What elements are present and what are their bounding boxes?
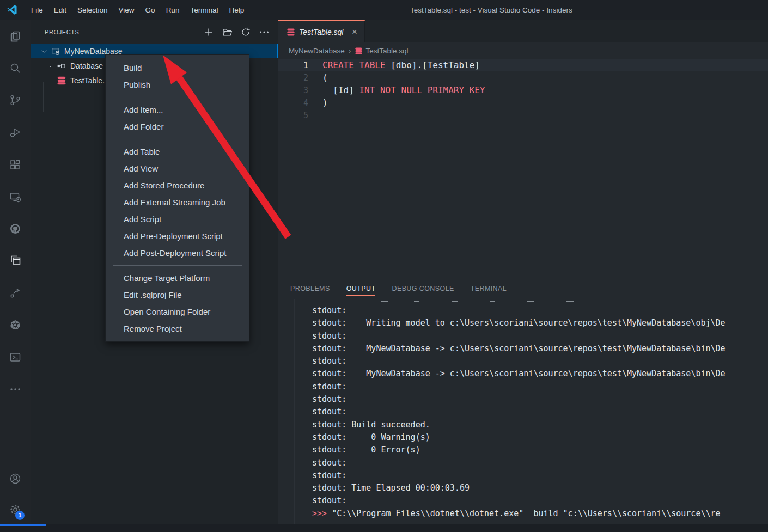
project-context-menu: BuildPublishAdd Item...Add FolderAdd Tab… [105,54,249,342]
menu-item-remove-project[interactable]: Remove Project [106,320,249,337]
output-indent-guide [294,299,295,524]
sidebar-header: PROJECTS [31,20,278,44]
menu-item-add-view[interactable]: Add View [106,160,249,177]
extensions-icon[interactable] [9,158,22,172]
code-token: ( [322,72,328,83]
output-line: stdout: [312,304,768,317]
output-line: stdout: [312,393,768,406]
open-project-button[interactable] [221,26,233,38]
status-progress-bar [0,524,46,526]
breadcrumb-item[interactable]: MyNewDatabase [289,47,345,55]
code-line: 5 [278,109,768,121]
github-icon[interactable] [9,222,22,235]
menu-item-edit-sqlproj-file[interactable]: Edit .sqlproj File [106,286,249,303]
clipped-output-line [312,299,768,304]
output-line: stdout: 0 Warning(s) [312,431,768,444]
activity-bar: 1 [0,20,31,524]
panel-tab-bar: PROBLEMSOUTPUTDEBUG CONSOLETERMINAL [278,279,768,299]
database-icon [57,76,66,85]
code-token: CREATE TABLE [322,60,391,70]
menubar-item-view[interactable]: View [113,0,140,20]
live-share-icon[interactable] [9,286,22,299]
output-line: stdout: 0 Error(s) [312,444,768,456]
code-line: 4) [278,96,768,109]
menu-item-change-target-platform[interactable]: Change Target Platform [106,270,249,286]
menu-item-add-external-streaming-job[interactable]: Add External Streaming Job [106,194,249,211]
output-line: stdout: MyNewDatabase -> c:\Users\scoria… [312,343,768,355]
code-token: [dbo].[TestTable] [391,60,480,70]
more-actions-button[interactable] [258,26,270,38]
menu-item-add-table[interactable]: Add Table [106,143,249,160]
output-line: stdout: [312,494,768,507]
refresh-button[interactable] [240,26,252,38]
output-view[interactable]: stdout:stdout: Writing model to c:\Users… [278,299,768,524]
menu-item-add-folder[interactable]: Add Folder [106,118,249,135]
menu-item-add-stored-procedure[interactable]: Add Stored Procedure [106,177,249,194]
panel-tab-terminal[interactable]: TERMINAL [471,285,507,293]
breadcrumb: MyNewDatabase›TestTable.sql [278,42,768,59]
editor-group: TestTable.sql × MyNewDatabase›TestTable.… [278,20,768,524]
chevron-right-icon[interactable] [46,62,54,70]
menu-item-add-post-deployment-script[interactable]: Add Post-Deployment Script [106,244,249,261]
references-icon [57,61,66,71]
tab-close-icon[interactable]: × [350,27,359,37]
output-line: stdout: [312,457,768,469]
explorer-icon[interactable] [9,30,22,43]
menubar-item-file[interactable]: File [26,0,48,20]
more-views-icon[interactable] [9,383,22,396]
menubar-item-run[interactable]: Run [161,0,185,20]
menu-item-add-pre-deployment-script[interactable]: Add Pre-Deployment Script [106,228,249,244]
code-line: 1CREATE TABLE [dbo].[TestTable] [278,59,768,71]
settings-badge: 1 [15,511,25,520]
accounts-icon[interactable] [9,472,22,485]
menu-item-publish[interactable]: Publish [106,76,249,93]
code-line: 3 [Id] INT NOT NULL PRIMARY KEY [278,84,768,96]
output-line: stdout: [312,330,768,343]
code-token: INT NOT NULL PRIMARY KEY [354,85,485,95]
menubar-item-help[interactable]: Help [223,0,249,20]
breadcrumb-item[interactable]: TestTable.sql [365,47,408,55]
line-number: 5 [278,111,322,120]
menubar-item-terminal[interactable]: Terminal [185,0,223,20]
panel-tab-problems[interactable]: PROBLEMS [290,285,330,293]
line-number: 1 [278,60,322,70]
code-line: 2( [278,71,768,84]
chevron-down-icon[interactable] [40,47,48,56]
sidebar-actions [203,26,270,38]
source-control-icon[interactable] [9,94,22,107]
code-token: ) [322,97,328,108]
panel-tab-output[interactable]: OUTPUT [346,285,376,296]
menu-item-build[interactable]: Build [106,59,249,76]
output-line: stdout: Build succeeded. [312,419,768,431]
search-icon[interactable] [9,62,22,75]
kubernetes-icon[interactable] [9,319,22,332]
editor-tab-strip: TestTable.sql × [278,20,768,42]
panel-tab-debug-console[interactable]: DEBUG CONSOLE [392,285,454,293]
bottom-panel: PROBLEMSOUTPUTDEBUG CONSOLETERMINAL stdo… [278,279,768,524]
menubar-item-edit[interactable]: Edit [48,0,72,20]
menubar-item-selection[interactable]: Selection [72,0,113,20]
sql-database-projects-icon[interactable] [9,254,22,267]
code-token: [Id] [322,85,354,95]
output-line: stdout: [312,406,768,418]
line-number: 2 [278,73,322,83]
output-command-prefix: >>> [312,509,332,518]
output-line: stdout: [312,355,768,368]
line-number: 4 [278,98,322,108]
add-project-button[interactable] [203,26,215,38]
remote-explorer-icon[interactable] [9,191,22,204]
window-title: TestTable.sql - test - Visual Studio Cod… [410,0,572,20]
menu-separator [113,265,242,266]
menu-item-open-containing-folder[interactable]: Open Containing Folder [106,303,249,320]
tab-testtable-sql[interactable]: TestTable.sql × [278,20,365,42]
menu-bar: FileEditSelectionViewGoRunTerminalHelp [26,0,249,20]
output-log: stdout:stdout: Writing model to c:\Users… [312,299,768,520]
output-line: stdout: Time Elapsed 00:00:03.69 [312,482,768,494]
menu-item-add-script[interactable]: Add Script [106,211,249,228]
output-line: stdout: Writing model to c:\Users\scoria… [312,317,768,329]
menu-item-add-item-[interactable]: Add Item... [106,101,249,118]
code-editor[interactable]: 1CREATE TABLE [dbo].[TestTable]2(3 [Id] … [278,59,768,121]
menubar-item-go[interactable]: Go [140,0,161,20]
run-and-debug-icon[interactable] [9,126,22,139]
powershell-icon[interactable] [9,351,22,364]
